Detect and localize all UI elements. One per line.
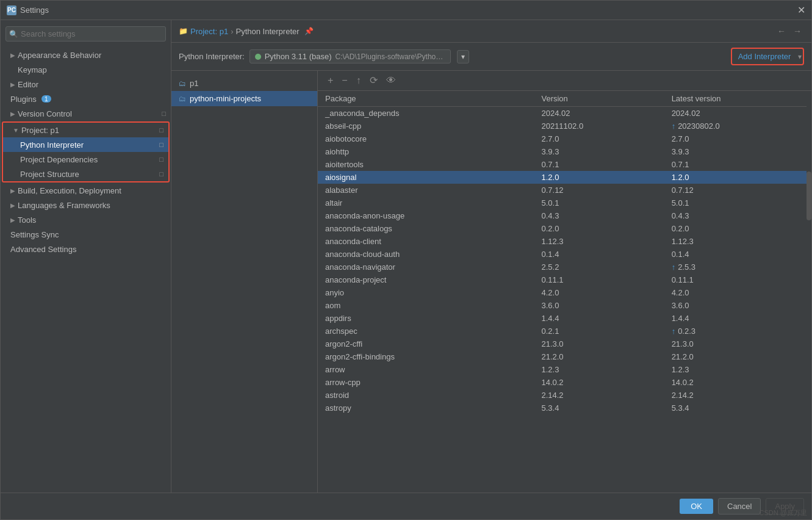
table-row[interactable]: anaconda-client1.12.31.12.3 bbox=[318, 235, 811, 248]
close-button[interactable]: ✕ bbox=[797, 5, 805, 15]
table-cell-package: aom bbox=[318, 299, 534, 312]
table-cell-package: argon2-cffi bbox=[318, 338, 534, 350]
table-row[interactable]: astroid2.14.22.14.2 bbox=[318, 389, 811, 402]
eye-button[interactable]: 👁 bbox=[384, 74, 398, 87]
interpreter-dropdown[interactable]: ▾ bbox=[457, 50, 469, 63]
table-row[interactable]: argon2-cffi-bindings21.2.021.2.0 bbox=[318, 350, 811, 363]
table-cell-version: 0.1.4 bbox=[534, 248, 664, 261]
table-cell-latest: 1.2.3 bbox=[664, 363, 811, 376]
arrow-icon: ▶ bbox=[10, 187, 15, 194]
table-row[interactable]: anyio4.2.04.2.0 bbox=[318, 286, 811, 299]
cancel-button[interactable]: Cancel bbox=[718, 498, 761, 515]
sidebar-item-tools[interactable]: ▶ Tools bbox=[1, 212, 171, 227]
table-row[interactable]: astropy5.3.45.3.4 bbox=[318, 402, 811, 414]
scrollbar-track[interactable] bbox=[807, 91, 811, 493]
sidebar-item-label: Project Dependencies bbox=[20, 155, 98, 164]
sidebar-item-settings-sync[interactable]: Settings Sync bbox=[1, 227, 171, 242]
search-input[interactable] bbox=[5, 26, 166, 42]
sidebar-item-build-execution[interactable]: ▶ Build, Execution, Deployment bbox=[1, 183, 171, 198]
sidebar-item-plugins[interactable]: Plugins 1 bbox=[1, 92, 171, 106]
sidebar-item-python-interpreter[interactable]: Python Interpreter □ bbox=[3, 137, 168, 152]
table-row[interactable]: alabaster0.7.120.7.12 bbox=[318, 184, 811, 197]
table-row[interactable]: altair5.0.15.0.1 bbox=[318, 197, 811, 209]
table-cell-latest: 2.14.2 bbox=[664, 389, 811, 402]
table-container: Package Version Latest version _anaconda… bbox=[318, 91, 811, 493]
sidebar-item-editor[interactable]: ▶ Editor bbox=[1, 77, 171, 92]
remove-package-button[interactable]: − bbox=[339, 74, 350, 87]
table-cell-package: archspec bbox=[318, 325, 534, 338]
nav-forward-button[interactable]: → bbox=[791, 25, 804, 37]
table-cell-package: anaconda-project bbox=[318, 273, 534, 286]
table-cell-version: 2.14.2 bbox=[534, 389, 664, 402]
packages-table: Package Version Latest version _anaconda… bbox=[318, 91, 811, 414]
sidebar-item-project-deps[interactable]: Project Dependencies □ bbox=[3, 152, 168, 167]
sidebar-item-label: Plugins bbox=[10, 95, 37, 104]
sidebar-item-label: Appearance & Behavior bbox=[18, 51, 101, 60]
table-row[interactable]: anaconda-cloud-auth0.1.40.1.4 bbox=[318, 248, 811, 261]
sidebar-item-label: Build, Execution, Deployment bbox=[18, 186, 121, 195]
breadcrumb-project[interactable]: Project: p1 bbox=[190, 27, 228, 36]
table-row[interactable]: arrow-cpp14.0.214.0.2 bbox=[318, 376, 811, 389]
table-row[interactable]: abseil-cpp20211102.0↑20230802.0 bbox=[318, 120, 811, 132]
table-row[interactable]: aiobotocore2.7.02.7.0 bbox=[318, 132, 811, 145]
table-cell-version: 0.4.3 bbox=[534, 209, 664, 222]
table-row[interactable]: aioitertools0.7.10.7.1 bbox=[318, 158, 811, 171]
sidebar-item-languages[interactable]: ▶ Languages & Frameworks bbox=[1, 198, 171, 212]
table-cell-latest: 21.2.0 bbox=[664, 350, 811, 363]
upgrade-icon: ↑ bbox=[672, 327, 676, 336]
table-row[interactable]: argon2-cffi21.3.021.3.0 bbox=[318, 338, 811, 350]
table-row[interactable]: aiosignal1.2.01.2.0 bbox=[318, 171, 811, 184]
table-row[interactable]: anaconda-anon-usage0.4.30.4.3 bbox=[318, 209, 811, 222]
bottom-bar: CSDN @庶万里 OK Cancel Apply bbox=[1, 493, 811, 519]
breadcrumb: 📁 Project: p1 › Python Interpreter 📌 bbox=[179, 27, 314, 36]
table-cell-version: 0.2.0 bbox=[534, 222, 664, 235]
interpreter-value[interactable]: Python 3.11 (base) C:\AD\1Plugins-softwa… bbox=[250, 49, 451, 63]
table-cell-latest: 2.7.0 bbox=[664, 132, 811, 145]
breadcrumb-separator: › bbox=[231, 27, 233, 36]
table-cell-package: aiobotocore bbox=[318, 132, 534, 145]
sidebar-item-label: Advanced Settings bbox=[10, 245, 76, 254]
table-row[interactable]: anaconda-navigator2.5.2↑2.5.3 bbox=[318, 261, 811, 273]
project-item-python-mini[interactable]: 🗂 python-mini-projects bbox=[171, 91, 317, 106]
refresh-button[interactable]: ⟳ bbox=[367, 74, 380, 87]
scrollbar-thumb[interactable] bbox=[807, 172, 811, 220]
table-cell-package: anaconda-navigator bbox=[318, 261, 534, 273]
project-item-label: p1 bbox=[190, 79, 198, 88]
sidebar-item-label: Languages & Frameworks bbox=[18, 201, 110, 210]
arrow-icon: ▼ bbox=[13, 127, 19, 134]
add-package-button[interactable]: + bbox=[325, 74, 336, 87]
table-cell-latest: 1.12.3 bbox=[664, 235, 811, 248]
nav-back-button[interactable]: ← bbox=[775, 25, 788, 37]
table-row[interactable]: aom3.6.03.6.0 bbox=[318, 299, 811, 312]
table-cell-version: 1.2.3 bbox=[534, 363, 664, 376]
table-row[interactable]: archspec0.2.1↑0.2.3 bbox=[318, 325, 811, 338]
sidebar-item-project-p1[interactable]: ▼ Project: p1 □ bbox=[3, 123, 168, 137]
ok-button[interactable]: OK bbox=[680, 499, 713, 514]
table-cell-package: arrow-cpp bbox=[318, 376, 534, 389]
table-row[interactable]: arrow1.2.31.2.3 bbox=[318, 363, 811, 376]
table-row[interactable]: appdirs1.4.41.4.4 bbox=[318, 312, 811, 325]
table-row[interactable]: _anaconda_depends2024.022024.02 bbox=[318, 107, 811, 120]
table-row[interactable]: anaconda-catalogs0.2.00.2.0 bbox=[318, 222, 811, 235]
sidebar-item-advanced-settings[interactable]: Advanced Settings bbox=[1, 242, 171, 256]
sidebar-item-version-control[interactable]: ▶ Version Control □ bbox=[1, 106, 171, 121]
sidebar-item-keymap[interactable]: Keymap bbox=[1, 62, 171, 77]
upgrade-package-button[interactable]: ↑ bbox=[354, 74, 364, 87]
table-cell-version: 1.12.3 bbox=[534, 235, 664, 248]
arrow-icon: ▶ bbox=[10, 81, 15, 88]
table-cell-version: 1.4.4 bbox=[534, 312, 664, 325]
pin-icon: 📌 bbox=[304, 27, 314, 35]
add-interpreter-dropdown[interactable]: ▾ bbox=[798, 52, 802, 61]
add-interpreter-button[interactable]: Add Interpreter bbox=[733, 50, 796, 63]
table-cell-latest: 0.7.12 bbox=[664, 184, 811, 197]
table-cell-latest: 2024.02 bbox=[664, 107, 811, 120]
table-row[interactable]: aiohttp3.9.33.9.3 bbox=[318, 145, 811, 158]
upgrade-icon: ↑ bbox=[672, 262, 676, 272]
title-bar-left: PC Settings bbox=[7, 5, 49, 15]
sidebar-item-project-structure[interactable]: Project Structure □ bbox=[3, 167, 168, 181]
project-item-p1[interactable]: 🗂 p1 bbox=[171, 76, 317, 91]
sidebar-item-label: Project Structure bbox=[20, 170, 79, 179]
sidebar-item-appearance[interactable]: ▶ Appearance & Behavior bbox=[1, 48, 171, 62]
table-row[interactable]: anaconda-project0.11.10.11.1 bbox=[318, 273, 811, 286]
table-cell-version: 4.2.0 bbox=[534, 286, 664, 299]
